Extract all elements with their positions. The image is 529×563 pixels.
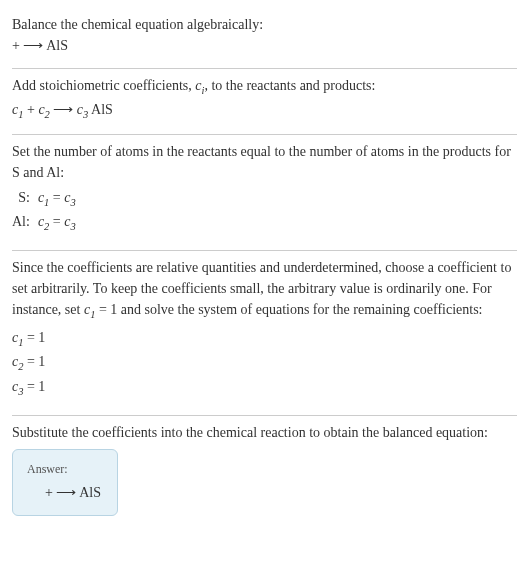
equation-prefix: + — [45, 485, 56, 500]
table-row: S: c1 = c3 — [12, 187, 76, 211]
list-item: c1 = 1 — [12, 327, 517, 351]
answer-box: Answer: + ⟶ AlS — [12, 449, 118, 516]
product: AlS — [76, 485, 101, 500]
section-title: Set the number of atoms in the reactants… — [12, 141, 517, 183]
element-equation: c1 = c3 — [38, 187, 76, 211]
answer-label: Answer: — [27, 460, 101, 478]
c1: c1 — [12, 102, 23, 117]
atom-equations-table: S: c1 = c3 Al: c2 = c3 — [12, 187, 76, 234]
balanced-equation: + ⟶ AlS — [27, 482, 101, 503]
section-balance-intro: Balance the chemical equation algebraica… — [12, 8, 517, 69]
list-item: c2 = 1 — [12, 351, 517, 375]
section-title: Balance the chemical equation algebraica… — [12, 14, 517, 35]
table-row: Al: c2 = c3 — [12, 211, 76, 235]
element-label: Al: — [12, 211, 38, 235]
section-title: Add stoichiometric coefficients, ci, to … — [12, 75, 517, 99]
element-equation: c2 = c3 — [38, 211, 76, 235]
equation-prefix: + — [12, 38, 23, 53]
c2: c2 — [38, 102, 49, 117]
c3: c3 — [77, 102, 88, 117]
section-title: Substitute the coefficients into the che… — [12, 422, 517, 443]
section-title: Since the coefficients are relative quan… — [12, 257, 517, 323]
arrow-icon: ⟶ — [23, 38, 43, 53]
set-coeff: c1 — [84, 302, 95, 317]
section-solve: Since the coefficients are relative quan… — [12, 251, 517, 416]
arrow-icon: ⟶ — [56, 485, 76, 500]
product: AlS — [43, 38, 68, 53]
section-answer: Substitute the coefficients into the che… — [12, 416, 517, 528]
section-atom-count: Set the number of atoms in the reactants… — [12, 135, 517, 251]
element-label: S: — [12, 187, 38, 211]
list-item: c3 = 1 — [12, 376, 517, 400]
equation-line: + ⟶ AlS — [12, 35, 517, 56]
coefficients-equation: c1 + c2 ⟶ c3 AlS — [12, 99, 517, 123]
coefficient-solutions: c1 = 1 c2 = 1 c3 = 1 — [12, 327, 517, 400]
section-stoichiometric: Add stoichiometric coefficients, ci, to … — [12, 69, 517, 135]
